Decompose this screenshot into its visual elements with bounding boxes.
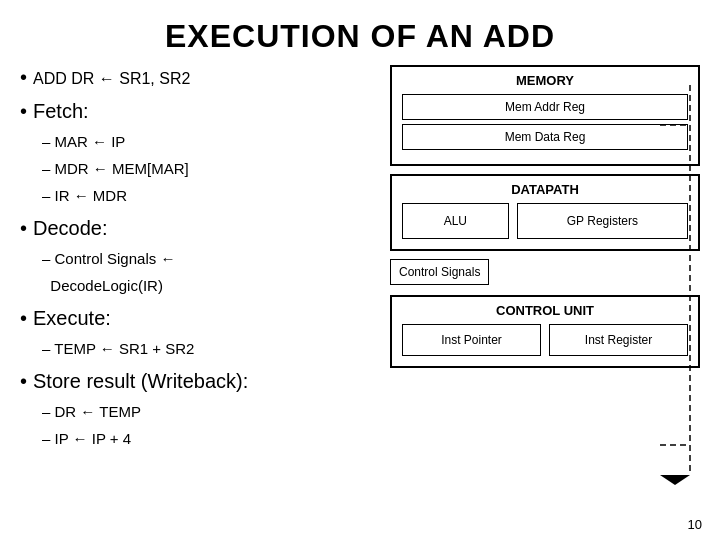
bullet-text-writeback: Store result (Writeback): — [33, 364, 248, 398]
writeback-item-2: – IP ← IP + 4 — [42, 425, 370, 452]
memory-title: MEMORY — [402, 73, 688, 88]
bullet-item-writeback: • Store result (Writeback): – DR ← TEMP … — [20, 364, 370, 452]
decode-item-2: DecodeLogic(IR) — [42, 272, 370, 299]
gp-registers-box: GP Registers — [517, 203, 688, 239]
bullet-text-fetch: Fetch: — [33, 94, 89, 128]
fetch-item-2: – MDR ← MEM[MAR] — [42, 155, 370, 182]
control-signals-box: Control Signals — [390, 259, 489, 285]
memory-box: MEMORY Mem Addr Reg Mem Data Reg — [390, 65, 700, 166]
decode-sub-items: – Control Signals ← DecodeLogic(IR) — [20, 245, 370, 299]
fetch-item-1: – MAR ← IP — [42, 128, 370, 155]
execute-item-1: – TEMP ← SR1 + SR2 — [42, 335, 370, 362]
bullet-text-execute: Execute: — [33, 301, 111, 335]
mem-data-reg-box: Mem Data Reg — [402, 124, 688, 150]
control-unit-box: CONTROL UNIT Inst Pointer Inst Register — [390, 295, 700, 368]
writeback-sub-items: – DR ← TEMP – IP ← IP + 4 — [20, 398, 370, 452]
bullet-item-fetch: • Fetch: – MAR ← IP – MDR ← MEM[MAR] – I… — [20, 94, 370, 209]
control-unit-inner: Inst Pointer Inst Register — [402, 324, 688, 356]
bullet-item-add: • ADD DR ← SR1, SR2 — [20, 65, 370, 92]
left-panel: • ADD DR ← SR1, SR2 • Fetch: – MAR ← IP … — [20, 65, 370, 454]
page-title: EXECUTION OF AN ADD — [0, 0, 720, 65]
bullet-dot-2: • — [20, 101, 27, 121]
bullet-dot-3: • — [20, 218, 27, 238]
control-unit-title: CONTROL UNIT — [402, 303, 688, 318]
bullet-dot-1: • — [20, 67, 27, 87]
right-panel: MEMORY Mem Addr Reg Mem Data Reg DATAPAT… — [390, 65, 700, 454]
datapath-box: DATAPATH ALU GP Registers — [390, 174, 700, 251]
page-number: 10 — [688, 517, 702, 532]
datapath-inner: ALU GP Registers — [402, 203, 688, 239]
bullet-text-add: ADD DR ← SR1, SR2 — [33, 65, 190, 92]
fetch-item-3: – IR ← MDR — [42, 182, 370, 209]
fetch-sub-items: – MAR ← IP – MDR ← MEM[MAR] – IR ← MDR — [20, 128, 370, 209]
bullet-text-decode: Decode: — [33, 211, 108, 245]
bullet-dot-5: • — [20, 371, 27, 391]
datapath-title: DATAPATH — [402, 182, 688, 197]
bullet-item-execute: • Execute: – TEMP ← SR1 + SR2 — [20, 301, 370, 362]
alu-box: ALU — [402, 203, 509, 239]
writeback-item-1: – DR ← TEMP — [42, 398, 370, 425]
decode-item-1: – Control Signals ← — [42, 245, 370, 272]
execute-sub-items: – TEMP ← SR1 + SR2 — [20, 335, 370, 362]
main-content: • ADD DR ← SR1, SR2 • Fetch: – MAR ← IP … — [0, 65, 720, 454]
inst-pointer-box: Inst Pointer — [402, 324, 541, 356]
control-signals-row: Control Signals — [390, 259, 700, 291]
svg-marker-1 — [660, 475, 690, 485]
bullet-item-decode: • Decode: – Control Signals ← DecodeLogi… — [20, 211, 370, 299]
inst-register-box: Inst Register — [549, 324, 688, 356]
bullet-dot-4: • — [20, 308, 27, 328]
mem-addr-reg-box: Mem Addr Reg — [402, 94, 688, 120]
